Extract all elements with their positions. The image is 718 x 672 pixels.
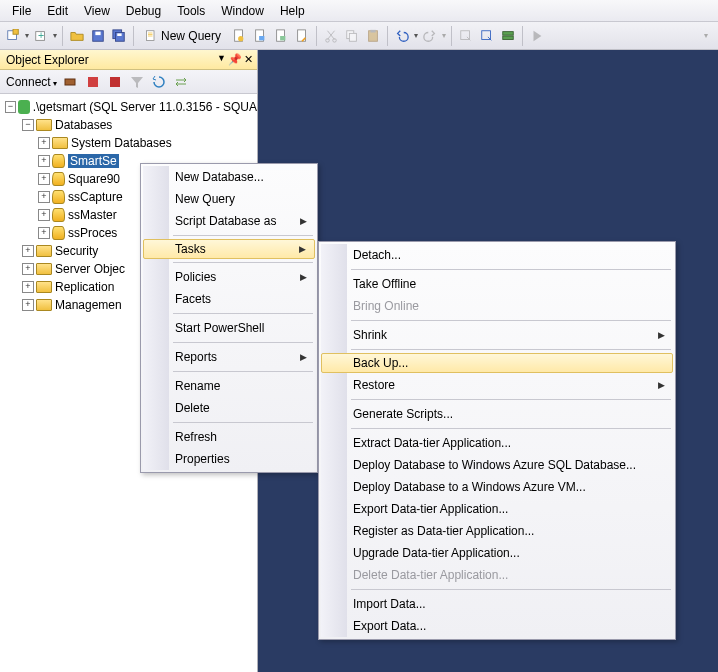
ctx-extract-dta[interactable]: Extract Data-tier Application... bbox=[321, 432, 673, 454]
folder-icon bbox=[36, 281, 52, 293]
expand-icon[interactable]: + bbox=[38, 173, 50, 185]
undo-icon[interactable] bbox=[393, 27, 411, 45]
ctx-reports[interactable]: Reports▶ bbox=[143, 346, 315, 368]
expand-icon[interactable]: + bbox=[22, 299, 34, 311]
folder-icon bbox=[36, 263, 52, 275]
expand-icon[interactable]: + bbox=[22, 245, 34, 257]
ctx-backup[interactable]: Back Up... bbox=[321, 353, 673, 373]
menu-separator bbox=[173, 313, 313, 314]
ctx-script-database[interactable]: Script Database as▶ bbox=[143, 210, 315, 232]
menu-window[interactable]: Window bbox=[213, 2, 272, 20]
ctx-detach[interactable]: Detach... bbox=[321, 244, 673, 266]
ctx-new-query[interactable]: New Query bbox=[143, 188, 315, 210]
expand-icon[interactable]: + bbox=[38, 227, 50, 239]
doc1-icon[interactable] bbox=[230, 27, 248, 45]
menu-debug[interactable]: Debug bbox=[118, 2, 169, 20]
svg-rect-5 bbox=[95, 31, 100, 35]
ctx-export-dta[interactable]: Export Data-tier Application... bbox=[321, 498, 673, 520]
menu-separator bbox=[173, 235, 313, 236]
ctx-powershell[interactable]: Start PowerShell bbox=[143, 317, 315, 339]
panel-close-icon[interactable]: ✕ bbox=[244, 53, 253, 66]
panel-pin-icon[interactable]: 📌 bbox=[228, 53, 242, 66]
ctx-take-offline[interactable]: Take Offline bbox=[321, 273, 673, 295]
expand-icon[interactable]: + bbox=[38, 209, 50, 221]
filter-icon[interactable] bbox=[129, 74, 145, 90]
submenu-arrow-icon: ▶ bbox=[299, 244, 306, 254]
database-icon bbox=[52, 172, 65, 186]
server-icon[interactable] bbox=[499, 27, 517, 45]
doc4-icon[interactable] bbox=[293, 27, 311, 45]
ctx-new-database[interactable]: New Database... bbox=[143, 166, 315, 188]
ctx-generate-scripts[interactable]: Generate Scripts... bbox=[321, 403, 673, 425]
nav1-icon[interactable] bbox=[457, 27, 475, 45]
menu-edit[interactable]: Edit bbox=[39, 2, 76, 20]
ctx-refresh[interactable]: Refresh bbox=[143, 426, 315, 448]
svg-text:+: + bbox=[38, 29, 44, 41]
expand-icon[interactable]: + bbox=[38, 137, 50, 149]
menu-separator bbox=[351, 589, 671, 590]
panel-title: Object Explorer bbox=[6, 53, 89, 67]
sync-icon[interactable] bbox=[173, 74, 189, 90]
paste-icon[interactable] bbox=[364, 27, 382, 45]
doc3-icon[interactable] bbox=[272, 27, 290, 45]
ctx-rename[interactable]: Rename bbox=[143, 375, 315, 397]
cut-icon[interactable] bbox=[322, 27, 340, 45]
ctx-upgrade-dta[interactable]: Upgrade Data-tier Application... bbox=[321, 542, 673, 564]
collapse-icon[interactable]: − bbox=[5, 101, 16, 113]
ctx-facets[interactable]: Facets bbox=[143, 288, 315, 310]
tree-databases[interactable]: −Databases bbox=[0, 116, 257, 134]
ctx-shrink[interactable]: Shrink▶ bbox=[321, 324, 673, 346]
menu-help[interactable]: Help bbox=[272, 2, 313, 20]
ctx-export-data[interactable]: Export Data... bbox=[321, 615, 673, 637]
menu-view[interactable]: View bbox=[76, 2, 118, 20]
ctx-deploy-vm[interactable]: Deploy Database to a Windows Azure VM... bbox=[321, 476, 673, 498]
menu-tools[interactable]: Tools bbox=[169, 2, 213, 20]
new-query-button[interactable]: New Query bbox=[139, 27, 227, 45]
panel-dropdown-icon[interactable]: ▼ bbox=[217, 53, 226, 66]
ctx-register-dta[interactable]: Register as Data-tier Application... bbox=[321, 520, 673, 542]
ctx-policies[interactable]: Policies▶ bbox=[143, 266, 315, 288]
save-all-icon[interactable] bbox=[110, 27, 128, 45]
nav2-icon[interactable] bbox=[478, 27, 496, 45]
tree-server[interactable]: −.\getsmart (SQL Server 11.0.3156 - SQUA bbox=[0, 98, 257, 116]
connect-button[interactable]: Connect ▾ bbox=[6, 75, 57, 89]
ctx-import-data[interactable]: Import Data... bbox=[321, 593, 673, 615]
svg-rect-26 bbox=[503, 36, 514, 40]
svg-point-11 bbox=[238, 36, 243, 41]
ctx-properties[interactable]: Properties bbox=[143, 448, 315, 470]
menu-separator bbox=[173, 262, 313, 263]
refresh-icon[interactable] bbox=[151, 74, 167, 90]
disconnect-icon[interactable] bbox=[63, 74, 79, 90]
submenu-arrow-icon: ▶ bbox=[300, 272, 307, 282]
svg-rect-20 bbox=[349, 33, 356, 41]
save-icon[interactable] bbox=[89, 27, 107, 45]
open-icon[interactable] bbox=[68, 27, 86, 45]
redo-icon[interactable] bbox=[421, 27, 439, 45]
ctx-restore[interactable]: Restore▶ bbox=[321, 374, 673, 396]
submenu-arrow-icon: ▶ bbox=[300, 352, 307, 362]
doc2-icon[interactable] bbox=[251, 27, 269, 45]
database-icon bbox=[52, 208, 65, 222]
tree-sysdb[interactable]: +System Databases bbox=[0, 134, 257, 152]
svg-rect-22 bbox=[370, 29, 375, 32]
database-icon bbox=[52, 226, 65, 240]
expand-icon[interactable]: + bbox=[22, 281, 34, 293]
stop-icon[interactable] bbox=[85, 74, 101, 90]
collapse-icon[interactable]: − bbox=[22, 119, 34, 131]
copy-icon[interactable] bbox=[343, 27, 361, 45]
expand-icon[interactable]: + bbox=[38, 155, 50, 167]
svg-rect-1 bbox=[13, 29, 18, 34]
expand-icon[interactable]: + bbox=[38, 191, 50, 203]
expand-icon[interactable]: + bbox=[22, 263, 34, 275]
new-project-icon[interactable] bbox=[4, 27, 22, 45]
ctx-tasks[interactable]: Tasks▶ bbox=[143, 239, 315, 259]
toolbar: ▾ + ▾ New Query ▾ ▾ ▾ bbox=[0, 22, 718, 50]
add-icon[interactable]: + bbox=[32, 27, 50, 45]
svg-rect-25 bbox=[503, 31, 514, 35]
run-icon[interactable] bbox=[528, 27, 546, 45]
ctx-delete[interactable]: Delete bbox=[143, 397, 315, 419]
ctx-deploy-azure[interactable]: Deploy Database to Windows Azure SQL Dat… bbox=[321, 454, 673, 476]
svg-rect-27 bbox=[65, 79, 75, 85]
menu-file[interactable]: File bbox=[4, 2, 39, 20]
stop2-icon[interactable] bbox=[107, 74, 123, 90]
